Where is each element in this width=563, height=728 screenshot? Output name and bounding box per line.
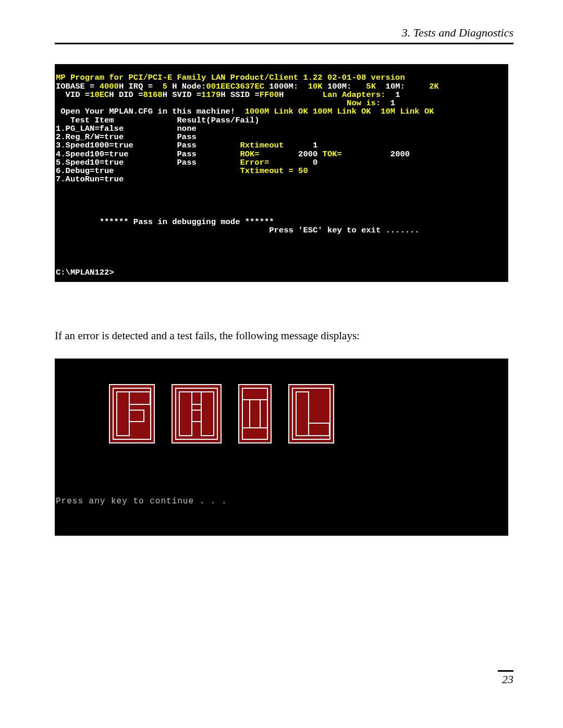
svg-rect-19 <box>289 385 334 443</box>
body-paragraph: If an error is detected and a test fails… <box>55 329 513 343</box>
footer-rule <box>498 670 513 672</box>
page-header: 3. Tests and Diagnostics <box>55 26 513 44</box>
svg-rect-13 <box>239 385 271 443</box>
svg-rect-0 <box>109 385 154 443</box>
dos-prompt: C:\MPLAN122> <box>56 268 114 277</box>
press-any-key-text: Press any key to continue . . . <box>56 497 227 506</box>
press-esc-line: Press 'ESC' key to exit ....... <box>56 226 420 235</box>
links-status: 1000M Link OK 100M Link OK 10M Link OK <box>235 107 434 116</box>
fail-letter-i-icon <box>237 383 273 445</box>
fail-letter-l-icon <box>287 383 335 445</box>
page-number: 23 <box>498 673 513 686</box>
lan-adapters-value: 1 <box>395 90 400 100</box>
fail-banner <box>56 377 508 451</box>
speed-10m-value: 2K <box>405 82 439 91</box>
fail-letter-f-icon <box>108 383 156 445</box>
fail-letter-a-icon <box>170 383 223 445</box>
terminal-fail: Press any key to continue . . . <box>55 359 508 536</box>
terminal-diagnostics: MP Program for PCI/PCI-E Family LAN Prod… <box>55 64 508 282</box>
page-footer: 23 <box>498 670 513 686</box>
